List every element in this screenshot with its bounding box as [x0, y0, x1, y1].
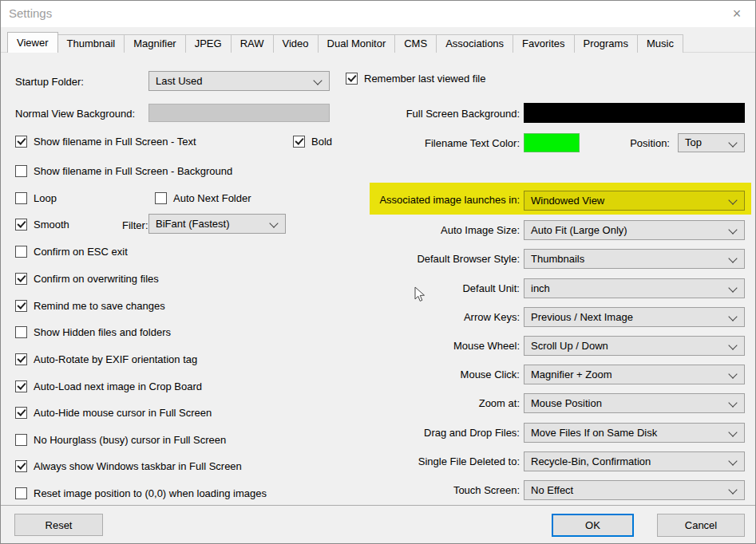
tab-bar: Viewer Thumbnail Magnifier JPEG RAW Vide… — [7, 34, 683, 53]
checkbox-auto-rotate-exif[interactable]: Auto-Rotate by EXIF orientation tag — [15, 353, 197, 365]
checkbox-auto-load-crop-board[interactable]: Auto-Load next image in Crop Board — [15, 380, 202, 392]
full-screen-background-label: Full Screen Background: — [320, 108, 520, 120]
mouse-wheel-label: Mouse Wheel: — [320, 340, 520, 352]
zoom-at-dropdown[interactable]: Mouse Position — [524, 393, 745, 413]
tab-magnifier[interactable]: Magnifier — [124, 34, 185, 53]
tab-video[interactable]: Video — [273, 34, 319, 53]
checkbox-reset-image-position[interactable]: Reset image position to (0,0) when loadi… — [15, 487, 267, 499]
checkbox-confirm-overwriting[interactable]: Confirm on overwriting files — [15, 272, 159, 285]
settings-dialog: Settings × Viewer Thumbnail Magnifier JP… — [0, 0, 756, 544]
checkbox-icon — [15, 219, 27, 231]
close-icon[interactable]: × — [726, 4, 747, 23]
checkbox-icon — [15, 434, 27, 446]
mouse-cursor-icon — [414, 286, 425, 303]
chevron-down-icon — [728, 456, 737, 465]
window-title: Settings — [9, 6, 52, 20]
zoom-at-label: Zoom at: — [320, 397, 520, 409]
checkbox-no-hourglass[interactable]: No Hourglass (busy) cursor in Full Scree… — [15, 433, 226, 446]
drag-and-drop-label: Drag and Drop Files: — [320, 427, 520, 439]
touch-screen-label: Touch Screen: — [320, 484, 520, 496]
checkbox-icon — [15, 353, 27, 365]
checkbox-remind-save-changes[interactable]: Remind me to save changes — [15, 299, 165, 312]
checkbox-loop[interactable]: Loop — [15, 191, 57, 204]
checkbox-icon — [15, 246, 27, 258]
checkbox-icon — [15, 407, 27, 419]
checkbox-auto-hide-cursor[interactable]: Auto-Hide mouse cursor in Full Screen — [15, 406, 212, 419]
reset-button[interactable]: Reset — [14, 514, 103, 536]
chevron-down-icon — [313, 76, 322, 85]
tab-raw[interactable]: RAW — [231, 34, 274, 53]
full-screen-background-swatch[interactable] — [524, 103, 745, 123]
checkbox-show-hidden-files[interactable]: Show Hidden files and folders — [15, 325, 171, 338]
associated-launch-dropdown[interactable]: Windowed View — [524, 191, 745, 211]
touch-screen-dropdown[interactable]: No Effect — [524, 480, 745, 500]
arrow-keys-label: Arrow Keys: — [320, 311, 520, 323]
checkbox-remember-last-viewed[interactable]: Remember last viewed file — [346, 72, 485, 85]
tab-programs[interactable]: Programs — [574, 34, 638, 53]
filter-dropdown[interactable]: BiFant (Fastest) — [148, 214, 286, 234]
chevron-down-icon — [728, 283, 737, 292]
title-bar: Settings × — [1, 1, 755, 27]
single-file-deleted-label: Single File Deleted to: — [320, 455, 520, 467]
associated-launch-label: Associated image launches in: — [370, 194, 520, 206]
mouse-click-dropdown[interactable]: Magnifier + Zoom — [524, 365, 745, 384]
default-browser-style-dropdown[interactable]: Thumbnails — [524, 249, 745, 269]
chevron-down-icon — [728, 225, 737, 234]
filter-label: Filter: — [122, 219, 148, 231]
checkbox-icon — [15, 460, 27, 472]
auto-image-size-dropdown[interactable]: Auto Fit (Large Only) — [524, 220, 745, 240]
chevron-down-icon — [728, 428, 737, 436]
normal-view-background-swatch[interactable] — [148, 104, 330, 122]
ok-button[interactable]: OK — [552, 514, 634, 537]
tab-cms[interactable]: CMS — [394, 34, 437, 53]
checkbox-icon — [15, 136, 27, 148]
chevron-down-icon — [728, 195, 737, 204]
checkbox-icon — [346, 73, 358, 85]
checkbox-icon — [15, 380, 27, 392]
checkbox-icon — [15, 487, 27, 499]
position-dropdown[interactable]: Top — [678, 133, 745, 152]
tab-viewer[interactable]: Viewer — [7, 32, 58, 53]
drag-and-drop-dropdown[interactable]: Move Files If on Same Disk — [524, 423, 745, 443]
single-file-deleted-dropdown[interactable]: Recycle-Bin, Confirmation — [524, 451, 745, 471]
auto-image-size-label: Auto Image Size: — [320, 224, 520, 236]
chevron-down-icon — [728, 138, 737, 147]
chevron-down-icon — [728, 369, 737, 378]
position-label: Position: — [558, 137, 670, 149]
chevron-down-icon — [728, 254, 737, 262]
tab-jpeg[interactable]: JPEG — [185, 34, 232, 53]
startup-folder-dropdown[interactable]: Last Used — [148, 71, 330, 91]
default-unit-dropdown[interactable]: inch — [524, 278, 745, 298]
tab-associations[interactable]: Associations — [436, 34, 513, 53]
chevron-down-icon — [269, 219, 278, 227]
checkbox-icon — [15, 165, 27, 177]
checkbox-confirm-esc-exit[interactable]: Confirm on ESC exit — [15, 245, 128, 258]
checkbox-icon — [15, 300, 27, 312]
default-browser-style-label: Default Browser Style: — [320, 253, 520, 265]
checkbox-show-filename-background[interactable]: Show filename in Full Screen - Backgroun… — [15, 164, 232, 177]
tab-favorites[interactable]: Favorites — [513, 34, 574, 53]
startup-folder-label: Startup Folder: — [15, 76, 84, 88]
chevron-down-icon — [728, 398, 737, 407]
footer-divider — [1, 505, 755, 506]
checkbox-always-show-taskbar[interactable]: Always show Windows taskbar in Full Scre… — [15, 459, 242, 472]
checkbox-auto-next-folder[interactable]: Auto Next Folder — [155, 191, 251, 204]
cancel-button[interactable]: Cancel — [657, 514, 745, 537]
filename-text-color-label: Filename Text Color: — [320, 137, 520, 149]
checkbox-icon — [15, 326, 27, 338]
checkbox-icon — [293, 136, 305, 148]
checkbox-icon — [15, 273, 27, 285]
mouse-wheel-dropdown[interactable]: Scroll Up / Down — [524, 336, 745, 356]
tab-thumbnail[interactable]: Thumbnail — [57, 34, 125, 53]
mouse-click-label: Mouse Click: — [320, 369, 520, 380]
checkbox-show-filename-text[interactable]: Show filename in Full Screen - Text — [15, 135, 196, 148]
tab-dual-monitor[interactable]: Dual Monitor — [318, 34, 396, 53]
checkbox-smooth[interactable]: Smooth — [15, 218, 69, 231]
arrow-keys-dropdown[interactable]: Previous / Next Image — [524, 307, 745, 327]
chevron-down-icon — [728, 341, 737, 349]
tab-music[interactable]: Music — [637, 34, 683, 53]
chevron-down-icon — [728, 485, 737, 494]
chevron-down-icon — [728, 312, 737, 321]
checkbox-icon — [155, 192, 167, 204]
checkbox-icon — [15, 192, 27, 204]
